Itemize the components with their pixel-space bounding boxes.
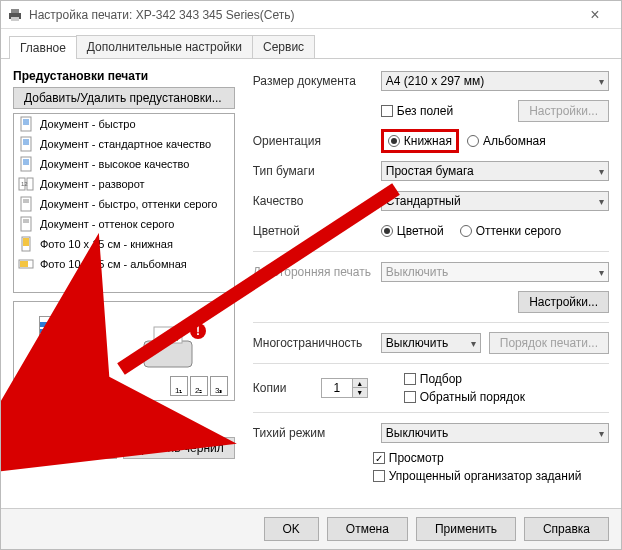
color-label: Цветной xyxy=(253,224,373,238)
preset-label: Документ - оттенок серого xyxy=(40,218,174,230)
chevron-down-icon: ▾ xyxy=(599,166,604,177)
orientation-portrait-label: Книжная xyxy=(404,134,452,148)
preset-item[interactable]: Фото 10 x 15 см - альбомная xyxy=(14,254,234,274)
preset-label: Документ - разворот xyxy=(40,178,145,190)
apply-button[interactable]: Применить xyxy=(416,517,516,541)
preset-item[interactable]: Документ - стандартное качество xyxy=(14,134,234,154)
borderless-label: Без полей xyxy=(397,104,453,118)
mini-page: 2₂ xyxy=(190,376,208,396)
orientation-landscape-radio[interactable]: Альбомная xyxy=(467,134,546,148)
doc-icon xyxy=(18,136,34,152)
tab-service[interactable]: Сервис xyxy=(252,35,315,58)
preset-label: Документ - высокое качество xyxy=(40,158,189,170)
print-preview-checkbox[interactable]: Просмотр xyxy=(373,451,444,465)
mini-page: 1₁ xyxy=(170,376,188,396)
cancel-button[interactable]: Отмена xyxy=(327,517,408,541)
preset-list[interactable]: Документ - быстро Документ - стандартное… xyxy=(13,113,235,293)
quality-label: Качество xyxy=(253,194,373,208)
page-order-icons: 1₁ 2₂ 3₃ xyxy=(170,376,228,396)
chevron-down-icon: ▾ xyxy=(599,76,604,87)
defaults-button[interactable]: По умолчанию xyxy=(13,437,117,459)
printer-preview-icon: ! xyxy=(136,321,208,381)
orientation-portrait-radio[interactable]: Книжная xyxy=(388,134,452,148)
doc-icon xyxy=(18,156,34,172)
titlebar: Настройка печати: XP-342 343 345 Series(… xyxy=(1,1,621,29)
document-preview-icon xyxy=(39,316,93,386)
color-gray-radio[interactable]: Оттенки серого xyxy=(460,224,562,238)
preset-label: Фото 10 x 15 см - альбомная xyxy=(40,258,187,270)
orientation-label: Ориентация xyxy=(253,134,373,148)
preset-item[interactable]: Документ - быстро, оттенки серого xyxy=(14,194,234,214)
mini-page: 3₃ xyxy=(210,376,228,396)
preset-item[interactable]: Документ - оттенок серого xyxy=(14,214,234,234)
copies-spinner[interactable]: ▲ ▼ xyxy=(321,378,368,398)
duplex-label: Двусторонняя печать xyxy=(253,265,373,279)
paper-type-select[interactable]: Простая бумага ▾ xyxy=(381,161,609,181)
orientation-highlight: Книжная xyxy=(381,129,459,153)
window-title: Настройка печати: XP-342 343 345 Series(… xyxy=(29,8,575,22)
spin-down-icon[interactable]: ▼ xyxy=(353,388,367,397)
multi-select[interactable]: Выключить ▾ xyxy=(381,333,481,353)
ok-button[interactable]: OK xyxy=(264,517,319,541)
quiet-label: Тихий режим xyxy=(253,426,373,440)
content: Предустановки печати Добавить/Удалить пр… xyxy=(1,59,621,508)
simple-label: Упрощенный организатор заданий xyxy=(389,469,582,483)
reverse-checkbox[interactable]: Обратный порядок xyxy=(404,390,525,404)
chevron-down-icon: ▾ xyxy=(599,428,604,439)
svg-rect-2 xyxy=(11,17,19,21)
preset-item[interactable]: Документ - высокое качество xyxy=(14,154,234,174)
checkbox-icon xyxy=(373,470,385,482)
svg-rect-28 xyxy=(20,261,28,267)
close-button[interactable]: × xyxy=(575,7,615,23)
chevron-down-icon: ▾ xyxy=(599,196,604,207)
copies-input[interactable] xyxy=(322,380,352,396)
preset-item[interactable]: 12 Документ - разворот xyxy=(14,174,234,194)
svg-rect-1 xyxy=(11,9,19,13)
size-select[interactable]: A4 (210 x 297 мм) ▾ xyxy=(381,71,609,91)
doc-spread-icon: 12 xyxy=(18,176,34,192)
borderless-settings-button: Настройки... xyxy=(518,100,609,122)
preset-item[interactable]: Фото 10 x 15 см - книжная xyxy=(14,234,234,254)
orientation-landscape-label: Альбомная xyxy=(483,134,546,148)
spin-up-icon[interactable]: ▲ xyxy=(353,379,367,388)
preset-label: Фото 10 x 15 см - книжная xyxy=(40,238,173,250)
color-color-radio[interactable]: Цветной xyxy=(381,224,444,238)
radio-icon xyxy=(467,135,479,147)
duplex-value: Выключить xyxy=(386,265,448,279)
quality-select[interactable]: Стандартный ▾ xyxy=(381,191,609,211)
multi-value: Выключить xyxy=(386,336,448,350)
tab-advanced[interactable]: Дополнительные настройки xyxy=(76,35,253,58)
photo-landscape-icon xyxy=(18,256,34,272)
add-remove-presets-button[interactable]: Добавить/Удалить предустановки... xyxy=(13,87,235,109)
collate-checkbox[interactable]: Подбор xyxy=(404,372,525,386)
preset-item[interactable]: Документ - быстро xyxy=(14,114,234,134)
copies-label: Копии xyxy=(253,381,313,395)
doc-gray-icon xyxy=(18,216,34,232)
help-button[interactable]: Справка xyxy=(524,517,609,541)
quiet-select[interactable]: Выключить ▾ xyxy=(381,423,609,443)
color-gray-label: Оттенки серого xyxy=(476,224,562,238)
ink-levels-button[interactable]: Уровень чернил xyxy=(123,437,235,459)
svg-rect-22 xyxy=(21,217,31,231)
printer-icon xyxy=(7,7,23,23)
borderless-checkbox[interactable]: Без полей xyxy=(381,104,453,118)
size-label: Размер документа xyxy=(253,74,373,88)
preview-area: ! 1₁ 2₂ 3₃ xyxy=(13,301,235,401)
show-settings-button[interactable]: Показать настройки xyxy=(13,409,153,431)
duplex-settings-button[interactable]: Настройки... xyxy=(518,291,609,313)
tab-main[interactable]: Главное xyxy=(9,36,77,59)
preset-label: Документ - быстро xyxy=(40,118,136,130)
paper-type-value: Простая бумага xyxy=(386,164,474,178)
checkbox-icon xyxy=(373,452,385,464)
paper-type-label: Тип бумаги xyxy=(253,164,373,178)
color-color-label: Цветной xyxy=(397,224,444,238)
simple-organizer-checkbox[interactable]: Упрощенный организатор заданий xyxy=(373,469,582,483)
chevron-down-icon: ▾ xyxy=(471,338,476,349)
preview-label: Просмотр xyxy=(389,451,444,465)
checkbox-icon xyxy=(404,373,416,385)
preset-label: Документ - стандартное качество xyxy=(40,138,211,150)
svg-rect-19 xyxy=(21,197,31,211)
radio-icon xyxy=(388,135,400,147)
multi-label: Многостраничность xyxy=(253,336,373,350)
svg-rect-17 xyxy=(27,178,33,190)
